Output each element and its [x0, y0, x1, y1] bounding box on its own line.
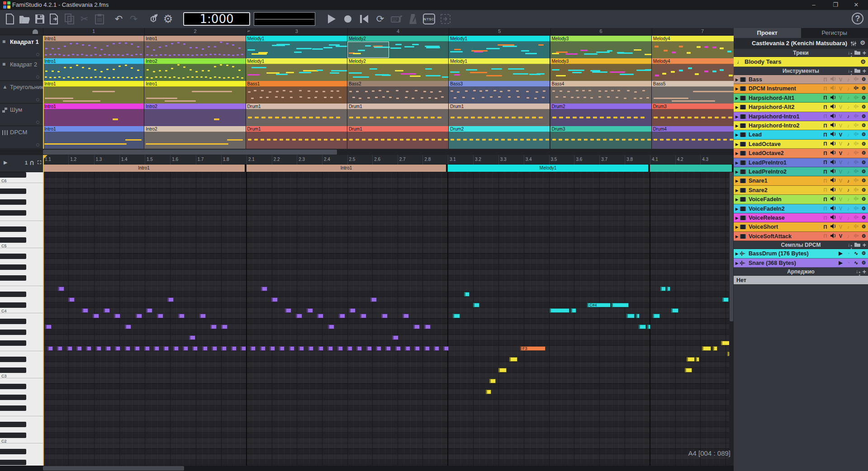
- note[interactable]: [696, 357, 699, 362]
- follow-icon[interactable]: [439, 13, 451, 25]
- pattern-cell[interactable]: Intro1: [43, 81, 144, 104]
- pattern-cell[interactable]: Melody2: [347, 58, 449, 81]
- redo-icon[interactable]: ↷: [128, 13, 140, 25]
- instrument-row[interactable]: ▶ Harpsichord-Intro1 ΠV♪ ⚙: [734, 112, 868, 121]
- note[interactable]: [405, 346, 410, 351]
- duty-envelope-icon[interactable]: Π: [822, 77, 828, 82]
- duty-envelope-icon[interactable]: Π: [822, 178, 828, 184]
- piano-key[interactable]: [0, 443, 43, 449]
- waveform-icon[interactable]: ∿: [853, 260, 859, 266]
- channel-header-2[interactable]: ■Квадрат 2: [0, 58, 43, 81]
- arpeggio-envelope-icon[interactable]: ♪: [845, 141, 851, 146]
- pattern-cell[interactable]: Intro1: [43, 36, 144, 58]
- piano-key[interactable]: [0, 319, 43, 324]
- volume-envelope-icon[interactable]: [830, 187, 836, 193]
- note[interactable]: [667, 287, 670, 291]
- instrument-row[interactable]: ▶ Bass ΠV♪ ⚙: [734, 75, 868, 84]
- instrument-gear-icon[interactable]: ⚙: [861, 196, 867, 202]
- duty-envelope-icon[interactable]: Π: [822, 160, 828, 165]
- strip-pattern-segment[interactable]: Intro1: [247, 165, 447, 172]
- piano-key[interactable]: [0, 422, 43, 427]
- pattern-cell[interactable]: Melody1: [246, 36, 347, 58]
- dpcm-envelope-icon[interactable]: [853, 196, 859, 202]
- piano-roll-pattern-strip[interactable]: Intro1Intro1Melody1: [43, 165, 734, 172]
- note[interactable]: [125, 346, 130, 351]
- channel-header-1[interactable]: ■Квадрат 1: [0, 36, 43, 58]
- note[interactable]: [221, 346, 227, 351]
- minimize-button[interactable]: –: [805, 0, 823, 10]
- note[interactable]: [366, 346, 372, 351]
- cut-icon[interactable]: ✂: [78, 13, 90, 25]
- dpcm-envelope-icon[interactable]: [853, 169, 859, 174]
- note[interactable]: [163, 346, 169, 351]
- volume-envelope-icon[interactable]: [830, 113, 836, 119]
- note-labeled[interactable]: F3: [520, 346, 545, 351]
- note[interactable]: [260, 346, 266, 351]
- note[interactable]: [486, 390, 491, 394]
- pattern-cell[interactable]: Intro1: [144, 81, 246, 104]
- pattern-column-header[interactable]: 5: [449, 28, 550, 34]
- note[interactable]: [370, 297, 377, 302]
- expand-icon[interactable]: ▶: [735, 96, 738, 100]
- note[interactable]: [414, 346, 420, 351]
- piano-key[interactable]: [0, 232, 43, 237]
- note[interactable]: [381, 314, 388, 318]
- expand-icon[interactable]: ▶: [735, 235, 738, 239]
- pattern-cell[interactable]: Drum1: [246, 126, 347, 149]
- piano-key[interactable]: [0, 275, 43, 281]
- pitch-envelope-icon[interactable]: V: [838, 224, 844, 230]
- piano-roll-vscrollbar[interactable]: [729, 172, 734, 466]
- piano-key[interactable]: [0, 454, 43, 460]
- note[interactable]: [473, 303, 479, 307]
- channel-header-5[interactable]: DPCM: [0, 126, 43, 149]
- instrument-gear-icon[interactable]: ⚙: [861, 224, 867, 230]
- dpcm-sample-row[interactable]: ▶ Snare (368 Bytes) ▶ ◔ ∿ ⚙: [734, 259, 868, 268]
- force-display-radio[interactable]: [36, 143, 39, 146]
- note[interactable]: [639, 325, 646, 329]
- piano-key[interactable]: [0, 205, 43, 210]
- note[interactable]: [261, 287, 267, 291]
- note[interactable]: [221, 325, 228, 329]
- note[interactable]: [339, 314, 345, 318]
- volume-envelope-icon[interactable]: [830, 215, 836, 221]
- note[interactable]: [424, 325, 431, 329]
- note[interactable]: [395, 346, 401, 351]
- pattern-cell[interactable]: Intro2: [144, 58, 246, 81]
- instrument-gear-icon[interactable]: ⚙: [861, 76, 867, 82]
- pattern-cell[interactable]: Drum1: [449, 104, 550, 126]
- piano-key[interactable]: [0, 346, 43, 351]
- instrument-row[interactable]: ▶ VoiceFadeIn2 ΠV♪ ⚙: [734, 204, 868, 213]
- pattern-column-header[interactable]: 3: [246, 28, 347, 34]
- duty-envelope-icon[interactable]: Π: [822, 132, 828, 137]
- folder-icon[interactable]: [854, 49, 860, 57]
- plus-icon[interactable]: +: [863, 241, 866, 250]
- arpeggio-envelope-icon[interactable]: ♪: [845, 197, 851, 202]
- duty-envelope-icon[interactable]: Π: [822, 233, 828, 239]
- note[interactable]: [114, 314, 120, 318]
- piano-key[interactable]: [0, 460, 43, 465]
- instrument-gear-icon[interactable]: ⚙: [861, 141, 867, 147]
- note[interactable]: [413, 325, 420, 329]
- note[interactable]: [356, 346, 362, 351]
- note[interactable]: [327, 346, 333, 351]
- record-icon[interactable]: [342, 13, 354, 25]
- undo-icon[interactable]: ↶: [113, 13, 125, 25]
- expand-icon[interactable]: ▶: [735, 261, 738, 265]
- pitch-envelope-icon[interactable]: V: [838, 160, 844, 165]
- volume-envelope-icon[interactable]: [830, 85, 836, 91]
- metronome-icon[interactable]: [407, 13, 419, 25]
- dpcm-envelope-icon[interactable]: [853, 76, 859, 82]
- force-display-radio[interactable]: [36, 75, 39, 79]
- pattern-cell[interactable]: Bass4: [550, 81, 652, 104]
- piano-key[interactable]: [0, 411, 43, 416]
- piano-key[interactable]: [0, 270, 43, 275]
- piano-key[interactable]: [0, 172, 43, 178]
- piano-key[interactable]: [0, 226, 43, 232]
- pattern-cell[interactable]: Intro1: [43, 104, 144, 126]
- expand-icon[interactable]: ▶: [735, 188, 738, 193]
- volume-envelope-icon[interactable]: [830, 141, 836, 147]
- instrument-gear-icon[interactable]: ⚙: [861, 104, 867, 110]
- dpcm-envelope-icon[interactable]: [853, 113, 859, 119]
- note[interactable]: [270, 346, 275, 351]
- volume-envelope-icon[interactable]: [830, 196, 836, 202]
